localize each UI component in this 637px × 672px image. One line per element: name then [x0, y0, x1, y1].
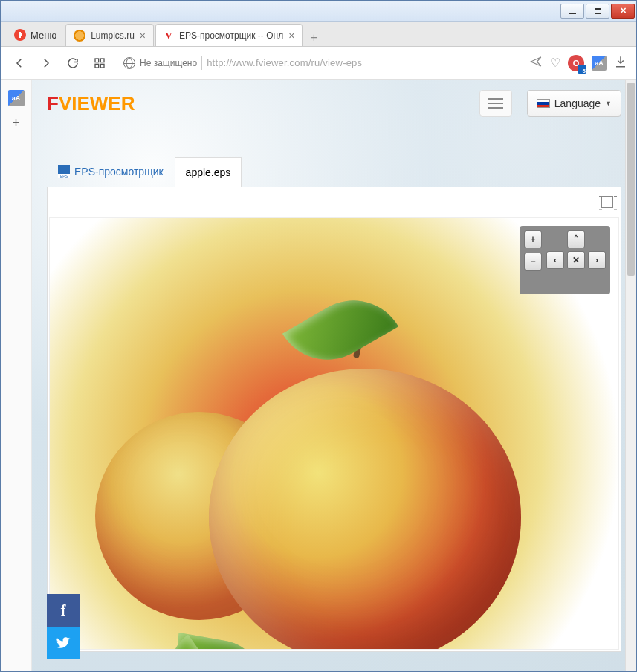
extension-badge-icon[interactable]: O5 [568, 55, 584, 71]
share-facebook-button[interactable]: f [47, 594, 80, 627]
url-text: http://www.fviewer.com/ru/view-eps [207, 57, 362, 68]
favicon-lumpics-icon [74, 30, 85, 42]
window-close-button[interactable]: ✕ [611, 4, 635, 19]
svg-rect-2 [95, 64, 99, 68]
pan-up-button[interactable]: ˄ [567, 230, 585, 248]
site-header: FVIEWER Language ▼ [32, 80, 636, 127]
pan-reset-button[interactable]: ✕ [567, 251, 585, 269]
tab-current-file[interactable]: apple.eps [175, 157, 242, 187]
language-label: Language [554, 97, 601, 109]
zoom-in-button[interactable]: + [524, 230, 542, 248]
file-tabs: EPS-просмотрщик apple.eps [32, 157, 636, 187]
viewer-panel: + − ˄ ‹ ✕ › [47, 187, 621, 652]
reload-button[interactable] [63, 54, 83, 73]
globe-icon [123, 57, 135, 69]
svg-rect-0 [95, 59, 99, 62]
pan-left-button[interactable]: ‹ [546, 251, 564, 269]
address-bar[interactable]: Не защищено http://www.fviewer.com/ru/vi… [117, 52, 522, 74]
tab-eps-viewer[interactable]: EPS-просмотрщик [47, 157, 175, 187]
new-tab-button[interactable]: + [304, 30, 323, 46]
scrollbar-thumb[interactable] [627, 83, 635, 276]
opera-icon [14, 29, 26, 41]
sidebar-add-button[interactable]: + [12, 115, 20, 131]
speed-dial-button[interactable] [90, 54, 109, 73]
tab-fviewer[interactable]: V EPS-просмотрщик -- Онл × [155, 24, 303, 46]
translate-icon[interactable]: aA [592, 56, 607, 71]
eps-file-icon [58, 165, 70, 178]
fviewer-logo[interactable]: FVIEWER [47, 92, 135, 115]
browser-tabstrip: Меню Lumpics.ru × V EPS-просмотрщик -- О… [1, 22, 636, 47]
fullscreen-button[interactable] [601, 196, 613, 208]
pan-right-button[interactable]: › [588, 251, 606, 269]
browser-toolbar: Не защищено http://www.fviewer.com/ru/vi… [1, 47, 636, 80]
caret-down-icon: ▼ [605, 100, 612, 107]
svg-rect-1 [100, 59, 104, 62]
page-scrollbar[interactable] [625, 80, 636, 671]
browser-menu-button[interactable]: Меню [5, 24, 65, 46]
send-icon[interactable] [529, 55, 543, 71]
close-tab-icon[interactable]: × [288, 30, 294, 42]
window-maximize-button[interactable] [586, 4, 609, 19]
site-menu-button[interactable] [479, 90, 512, 117]
window-titlebar: ✕ [1, 1, 636, 22]
flag-ru-icon [537, 99, 550, 108]
menu-label: Меню [30, 30, 56, 41]
nav-pad: + − ˄ ‹ ✕ › [520, 226, 610, 294]
svg-rect-3 [100, 64, 104, 68]
sidebar-translate-icon[interactable]: aA [8, 90, 25, 106]
zoom-out-button[interactable]: − [524, 253, 542, 271]
tab-lumpics[interactable]: Lumpics.ru × [65, 24, 154, 46]
eps-viewer-link[interactable]: EPS-просмотрщик [74, 166, 164, 178]
bookmark-heart-icon[interactable]: ♡ [550, 56, 560, 70]
tab-title: Lumpics.ru [91, 30, 135, 41]
downloads-button[interactable] [614, 55, 627, 71]
window-minimize-button[interactable] [560, 4, 584, 19]
security-label: Не защищено [140, 58, 197, 68]
back-button[interactable] [10, 54, 29, 73]
tab-title: EPS-просмотрщик -- Онл [179, 30, 283, 41]
page-content: FVIEWER Language ▼ EPS-просмотрщик apple… [32, 80, 636, 671]
browser-sidebar: aA + [1, 80, 32, 671]
file-name: apple.eps [186, 167, 231, 178]
favicon-fviewer-icon: V [164, 30, 174, 41]
share-twitter-button[interactable] [47, 627, 80, 659]
close-tab-icon[interactable]: × [140, 30, 146, 42]
forward-button[interactable] [36, 54, 56, 73]
social-share: f [47, 594, 80, 659]
language-button[interactable]: Language ▼ [527, 90, 621, 117]
